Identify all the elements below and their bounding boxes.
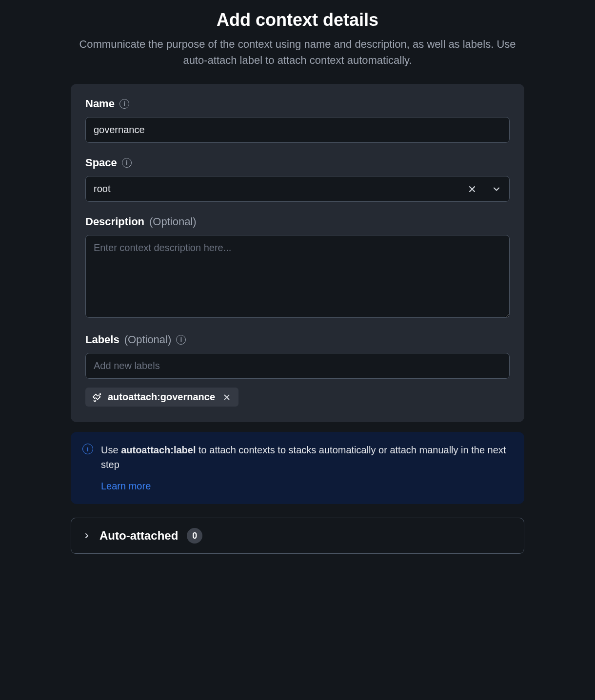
- label-chip-text: autoattach:governance: [108, 391, 215, 403]
- banner-text-bold: autoattach:label: [121, 445, 196, 455]
- description-optional: (Optional): [149, 215, 197, 228]
- close-icon[interactable]: [467, 184, 477, 194]
- form-card: Name i Space i root: [71, 84, 524, 422]
- close-icon[interactable]: [222, 392, 232, 402]
- info-banner: i Use autoattach:label to attach context…: [71, 432, 524, 504]
- info-icon[interactable]: i: [122, 158, 132, 168]
- description-textarea[interactable]: [85, 235, 510, 318]
- chevron-right-icon: [83, 532, 91, 540]
- name-input[interactable]: [85, 117, 510, 143]
- count-badge: 0: [187, 528, 202, 544]
- banner-text-prefix: Use: [101, 445, 121, 455]
- page-subtitle: Communicate the purpose of the context u…: [78, 36, 517, 68]
- space-value: root: [94, 183, 110, 194]
- description-label: Description: [85, 215, 144, 228]
- labels-input[interactable]: [85, 353, 510, 379]
- svg-point-2: [100, 393, 101, 394]
- auto-attached-title: Auto-attached: [99, 529, 178, 543]
- labels-label: Labels: [85, 333, 119, 346]
- magnet-icon: [92, 392, 103, 403]
- labels-optional: (Optional): [124, 333, 172, 346]
- auto-attached-section[interactable]: Auto-attached 0: [71, 518, 524, 554]
- page-title: Add context details: [56, 10, 539, 30]
- space-select[interactable]: root: [85, 176, 510, 202]
- info-icon: i: [82, 444, 93, 454]
- space-label: Space: [85, 156, 117, 169]
- label-chip: autoattach:governance: [85, 388, 238, 407]
- name-label: Name: [85, 97, 115, 110]
- chevron-down-icon[interactable]: [492, 184, 501, 194]
- info-icon[interactable]: i: [119, 99, 129, 109]
- learn-more-link[interactable]: Learn more: [101, 479, 151, 493]
- info-icon[interactable]: i: [176, 335, 186, 345]
